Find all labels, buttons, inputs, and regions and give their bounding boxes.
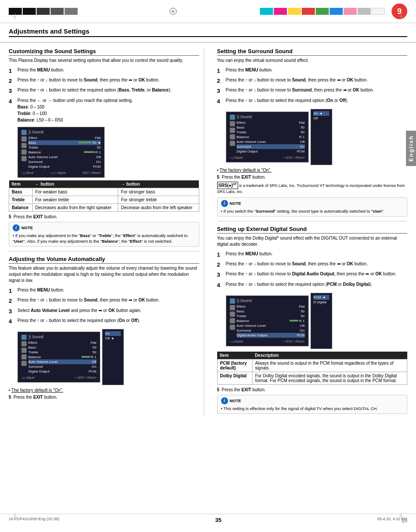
screen4-wrapper: )) Sound EffectFlat Bass50 Treble50 Bala…: [226, 293, 408, 349]
s4-step4-text: Press the ↑ or ↓ button to select the re…: [226, 281, 408, 289]
color-block-pink: [344, 8, 357, 15]
s3-row-bass: Bass50: [237, 125, 305, 130]
s4-row-balance: BalanceR 1: [237, 319, 305, 323]
table1-treble-left: For weaker treble: [32, 196, 118, 203]
screen-icon-3: [21, 143, 27, 148]
corner-mark-tr: ┼: [399, 13, 403, 19]
footer-en-label: En: [402, 518, 407, 523]
section2-default-link: The factory default is "On".: [11, 388, 63, 393]
step3-num: 3: [9, 87, 15, 95]
section1-note: i NOTE • If you make any adjustment to t…: [9, 222, 199, 247]
s4-icon-5: [230, 325, 235, 330]
s2-step4: 4 Press the ↑ or ↓ button to select the …: [9, 318, 199, 325]
step1-text: Press the MENU button.: [17, 67, 199, 75]
section2-step5: 5 Press the EXIT button.: [9, 395, 199, 400]
screen2-title: )) Sound: [28, 335, 96, 339]
s2-row-effect: EffectFlat: [28, 340, 96, 345]
s2-step2-text: Press the ↑ or ↓ button to move to Sound…: [17, 297, 199, 305]
left-column: Customizing the Sound Settings This Plas…: [9, 48, 204, 417]
s3-step4-num: 4: [217, 98, 223, 105]
page-title: Adjustments and Settings: [9, 27, 407, 37]
screen1-row-surround: SurroundOn: [28, 159, 101, 164]
s2-row-avl: Auto Volume LevelOff: [28, 359, 96, 364]
section1-note-text: • If you make any adjustment to the "Bas…: [13, 233, 195, 244]
header-color-blocks-left: [9, 8, 78, 15]
section2-steps: 1 Press the MENU button. 2 Press the ↑ o…: [9, 287, 199, 325]
s4-step1-num: 1: [217, 251, 223, 259]
section2-title: Adjusting the Volume Automatically: [9, 256, 199, 264]
s2-step4-num: 4: [9, 318, 15, 325]
popup-on: On: [105, 331, 121, 336]
s2-icon-5: [21, 361, 27, 366]
screen1-row-avl: Auto Volume LevelOff: [28, 155, 101, 159]
step2-num: 2: [9, 77, 15, 85]
color-block-red: [302, 8, 315, 15]
table1-header-left: ← button: [32, 180, 118, 188]
section4-note-title: i NOTE: [221, 397, 404, 404]
step4-value-treble: Treble: 0～100: [17, 111, 47, 116]
section4-step5: 5 Press the EXIT button.: [217, 387, 408, 392]
section3-step5: 5 Press the EXIT button.: [217, 175, 408, 180]
section3-note-text: • If you switch the "Surround" setting, …: [221, 208, 404, 214]
color-block-gray: [358, 8, 371, 15]
s3-row-effect: EffectFlat: [237, 120, 305, 125]
s3-icon-4: [230, 134, 235, 139]
step2-item: 2 Press the ↑ or ↓ button to move to Sou…: [9, 77, 199, 85]
srs-logo: SRS(●)XT: [217, 182, 238, 189]
s2-step4-text: Press the ↑ or ↓ button to select the re…: [17, 318, 199, 325]
table1-balance-left: Decreases audio from the right speaker: [32, 203, 118, 211]
s3-step1: 1 Press the MENU button.: [217, 67, 408, 75]
s4-row-avl: Auto Volume LevelOff: [237, 323, 305, 328]
screen4-popup: PCM ◄ D Digital: [310, 293, 332, 349]
screen1-row-balance: BalanceR 1: [28, 150, 101, 155]
table1-balance-right: Decrease audio from the left speaker: [118, 203, 199, 211]
screen2: )) Sound EffectFlat Bass50 Treble50 Bala…: [17, 332, 100, 383]
step3-text: Press the ↑ or ↓ button to select the re…: [17, 87, 199, 95]
s2-step1-num: 1: [9, 287, 15, 295]
s4-step1: 1 Press the MENU button.: [217, 251, 408, 259]
screen3: )) Sound EffectFlat Bass50 Treble50 Bala…: [226, 112, 309, 163]
section4-intro: You can enjoy the Dolby Digital* sound e…: [217, 235, 408, 247]
section2-intro: This feature allows you to automatically…: [9, 265, 199, 284]
s4-icon-4: [230, 318, 235, 323]
section3-factory-default: • The factory default is "On".: [217, 168, 408, 173]
popup-off: Off ◄: [105, 336, 121, 341]
s4-row-digital: Digital Audio OutputPCM: [237, 333, 305, 338]
header: ⊕ 9: [0, 0, 416, 23]
section1-steps: 1 Press the MENU button. 2 Press the ↑ o…: [9, 67, 199, 123]
section4-screen-mockup: )) Sound EffectFlat Bass50 Treble50 Bala…: [226, 293, 408, 349]
s4-step4: 4 Press the ↑ or ↓ button to select the …: [217, 281, 408, 289]
section-divider-1: [9, 251, 199, 251]
screen3-popup: On ◄ Off: [310, 109, 332, 165]
s2-icon-2: [21, 341, 27, 346]
table1-header-item: Item: [9, 180, 33, 188]
section1-screen-mockup: )) Sound EffectFlat Bass50 ◄ Treble50 Ba…: [17, 127, 199, 178]
section-digital-sound: Setting up External Digital Sound You ca…: [217, 226, 408, 414]
table1-balance-item: Balance: [9, 203, 33, 211]
s2-step3-num: 3: [9, 308, 15, 315]
s4-step2: 2 Press the ↑ or ↓ button to move to Sou…: [217, 261, 408, 269]
s2-step3-text: Select Auto Volume Level and press the ➡…: [17, 308, 199, 315]
screen1-title: )) Sound: [28, 130, 101, 134]
table1-bass-right: For stronger bass: [118, 188, 199, 196]
section3-note-title: i NOTE: [221, 200, 404, 207]
table2-dolby-item: Dolby Digital: [217, 372, 252, 384]
screen1-controls: ○△ Move○△○ AdjustESC○ Return: [21, 171, 101, 175]
table2-header-item: Item: [217, 352, 252, 359]
s2-row-surround: SurroundOn: [28, 364, 96, 369]
section-surround: Setting the Surround Sound You can enjoy…: [217, 48, 408, 217]
step4-item: 4 Press the ← or → button until you reac…: [9, 98, 199, 123]
color-block-magenta: [274, 8, 287, 15]
s3-icon-5: [230, 141, 235, 146]
s4-step3: 3 Press the ↑ or ↓ button to move to Dig…: [217, 271, 408, 279]
s3-row-avl: Auto Volume LevelOff: [237, 139, 305, 144]
section3-screen-mockup: )) Sound EffectFlat Bass50 Treble50 Bala…: [226, 109, 408, 165]
corner-mark-tl: ┼: [13, 13, 17, 19]
header-color-blocks-right: [260, 8, 385, 15]
table1-row-treble: Treble For weaker treble For stronger tr…: [9, 196, 199, 203]
s2-step2-num: 2: [9, 297, 15, 305]
step4-text: Press the ← or → button until you reach …: [17, 98, 199, 123]
s4-step4-num: 4: [217, 281, 223, 289]
screen3-controls: ○△ Adjust○○ESC○ Return: [230, 156, 305, 159]
screen-icon-4: [21, 149, 27, 155]
